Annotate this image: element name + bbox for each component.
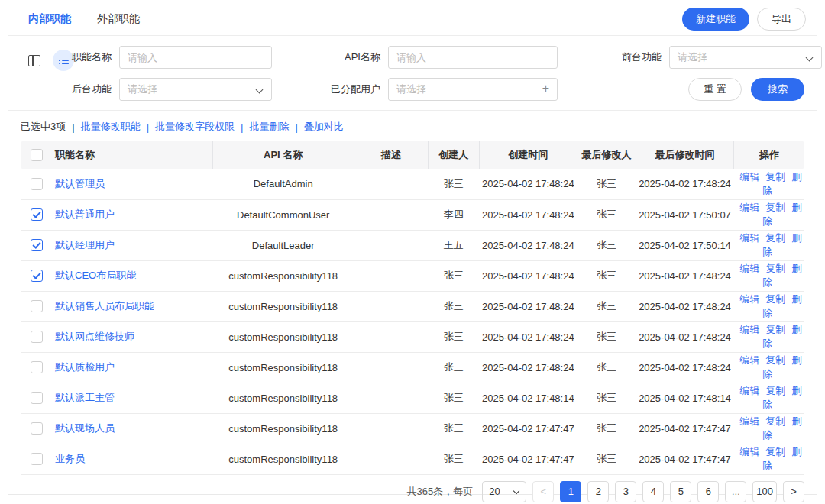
created-time-cell: 2025-04-02 17:48:24 bbox=[479, 199, 577, 230]
modified-time-cell: 2025-04-02 17:47:47 bbox=[636, 444, 733, 474]
role-name-cell: 默认普通用户 bbox=[52, 199, 212, 230]
table-row: 默认销售人员布局职能customResponsibility118张三2025-… bbox=[21, 291, 804, 321]
export-button[interactable]: 导出 bbox=[757, 8, 806, 31]
edit-link[interactable]: 编辑 bbox=[739, 446, 759, 457]
filter-backend-function-placeholder: 请选择 bbox=[128, 82, 157, 96]
copy-link[interactable]: 复制 bbox=[765, 232, 785, 244]
role-name-link[interactable]: 业务员 bbox=[55, 453, 85, 464]
copy-link[interactable]: 复制 bbox=[765, 324, 785, 335]
page-button-1[interactable]: 1 bbox=[560, 481, 581, 502]
overlay-compare-link[interactable]: 叠加对比 bbox=[304, 120, 344, 134]
page-size-select[interactable]: 20 bbox=[482, 481, 526, 502]
edit-link[interactable]: 编辑 bbox=[739, 385, 759, 396]
creator-cell: 张三 bbox=[429, 260, 480, 291]
reset-button[interactable]: 重 置 bbox=[688, 78, 742, 101]
edit-link[interactable]: 编辑 bbox=[739, 415, 759, 427]
edit-link[interactable]: 编辑 bbox=[739, 293, 759, 305]
row-checkbox[interactable] bbox=[31, 361, 43, 373]
roles-table-wrap: 职能名称API 名称描述创建人创建时间最后修改人最后修改时间操作 默认管理员De… bbox=[21, 141, 804, 475]
creator-cell: 张三 bbox=[429, 413, 480, 444]
copy-link[interactable]: 复制 bbox=[765, 446, 785, 457]
edit-link[interactable]: 编辑 bbox=[739, 232, 759, 244]
row-checkbox-cell bbox=[21, 260, 52, 291]
row-checkbox[interactable] bbox=[31, 300, 43, 312]
table-row: 默认普通用户DefaultCommonUser李四2025-04-02 17:4… bbox=[21, 199, 804, 230]
bulk-edit-field-permissions-link[interactable]: 批量修改字段权限 bbox=[155, 120, 235, 134]
role-name-link[interactable]: 默认经理用户 bbox=[55, 239, 115, 250]
copy-link[interactable]: 复制 bbox=[765, 202, 785, 213]
copy-link[interactable]: 复制 bbox=[765, 385, 785, 396]
edit-link[interactable]: 编辑 bbox=[739, 324, 759, 335]
row-checkbox[interactable] bbox=[31, 453, 43, 465]
page-button-3[interactable]: 3 bbox=[615, 481, 636, 502]
copy-link[interactable]: 复制 bbox=[765, 171, 785, 183]
copy-link[interactable]: 复制 bbox=[765, 354, 785, 366]
row-actions-cell: 编辑复制删除 bbox=[734, 352, 804, 383]
api-name-cell: customResponsibility118 bbox=[212, 444, 354, 474]
copy-link[interactable]: 复制 bbox=[765, 415, 785, 427]
edit-link[interactable]: 编辑 bbox=[739, 171, 759, 183]
filter-frontend-function-select[interactable]: 请选择 bbox=[669, 46, 822, 69]
filter-buttons: 重 置 搜索 bbox=[688, 78, 804, 101]
filter-assigned-users-placeholder: 请选择 bbox=[396, 82, 426, 96]
filter-role-name-textbox[interactable] bbox=[128, 52, 264, 63]
column-header-modified: 最后修改时间 bbox=[636, 141, 733, 169]
filter-assigned-users: 已分配用户请选择+ bbox=[322, 78, 558, 101]
copy-link[interactable]: 复制 bbox=[765, 263, 785, 274]
bulk-edit-roles-link[interactable]: 批量修改职能 bbox=[81, 120, 141, 134]
row-checkbox[interactable] bbox=[31, 208, 43, 221]
creator-cell: 张三 bbox=[429, 383, 480, 413]
row-checkbox-cell bbox=[21, 444, 52, 474]
row-checkbox[interactable] bbox=[31, 331, 43, 343]
prev-page-button[interactable]: < bbox=[532, 481, 554, 502]
filter-backend-function-select[interactable]: 请选择 bbox=[119, 78, 272, 101]
table-row: 默认质检用户customResponsibility118张三2025-04-0… bbox=[21, 352, 804, 383]
edit-link[interactable]: 编辑 bbox=[739, 263, 759, 274]
page-button-6[interactable]: 6 bbox=[697, 481, 719, 502]
filter-role-name-label: 职能名称 bbox=[64, 50, 112, 64]
api-name-cell: customResponsibility118 bbox=[212, 352, 354, 383]
row-checkbox[interactable] bbox=[31, 239, 43, 251]
row-actions-cell: 编辑复制删除 bbox=[734, 383, 804, 413]
modifier-cell: 张三 bbox=[577, 260, 636, 291]
page-button-100[interactable]: 100 bbox=[752, 481, 777, 502]
created-time-cell: 2025-04-02 17:47:47 bbox=[479, 413, 577, 444]
row-checkbox[interactable] bbox=[31, 270, 43, 282]
chevron-down-icon bbox=[806, 54, 814, 62]
role-name-link[interactable]: 默认网点维修技师 bbox=[55, 331, 134, 342]
role-name-link[interactable]: 默认CEO布局职能 bbox=[55, 270, 136, 281]
columns-view-icon[interactable] bbox=[28, 55, 40, 66]
page-button-2[interactable]: 2 bbox=[587, 481, 609, 502]
select-all-checkbox[interactable] bbox=[31, 149, 43, 161]
role-name-link[interactable]: 默认管理员 bbox=[55, 178, 105, 189]
edit-link[interactable]: 编辑 bbox=[739, 354, 759, 366]
header-checkbox-cell bbox=[21, 141, 52, 169]
copy-link[interactable]: 复制 bbox=[765, 293, 785, 305]
search-button[interactable]: 搜索 bbox=[751, 78, 804, 101]
row-checkbox[interactable] bbox=[31, 422, 43, 435]
filter-api-name-input[interactable] bbox=[388, 46, 558, 69]
role-name-link[interactable]: 默认普通用户 bbox=[55, 208, 115, 220]
row-checkbox[interactable] bbox=[31, 392, 43, 404]
pagination-bar: 共365条，每页 20 < 123456...100 > bbox=[8, 475, 817, 504]
role-name-link[interactable]: 默认现场人员 bbox=[55, 422, 115, 434]
next-page-button[interactable]: > bbox=[783, 481, 804, 502]
role-name-link[interactable]: 默认质检用户 bbox=[55, 361, 115, 373]
filter-api-name-textbox[interactable] bbox=[396, 52, 549, 63]
table-row: 默认管理员DefaultAdmin张三2025-04-02 17:48:24张三… bbox=[21, 169, 804, 199]
creator-cell: 王五 bbox=[429, 230, 480, 260]
tab-external-roles[interactable]: 外部职能 bbox=[97, 12, 140, 26]
role-name-link[interactable]: 默认销售人员布局职能 bbox=[55, 300, 154, 312]
bulk-delete-link[interactable]: 批量删除 bbox=[249, 120, 289, 134]
edit-link[interactable]: 编辑 bbox=[739, 202, 759, 213]
role-name-link[interactable]: 默认派工主管 bbox=[55, 392, 115, 403]
page-button-4[interactable]: 4 bbox=[642, 481, 664, 502]
filter-role-name-input[interactable] bbox=[119, 46, 272, 69]
page-button-5[interactable]: 5 bbox=[670, 481, 691, 502]
tab-internal-roles[interactable]: 内部职能 bbox=[28, 12, 71, 26]
create-role-button[interactable]: 新建职能 bbox=[682, 8, 749, 31]
row-checkbox[interactable] bbox=[31, 178, 43, 190]
creator-cell: 张三 bbox=[429, 321, 480, 352]
creator-cell: 李四 bbox=[429, 199, 480, 230]
filter-assigned-users-select[interactable]: 请选择+ bbox=[388, 78, 558, 101]
